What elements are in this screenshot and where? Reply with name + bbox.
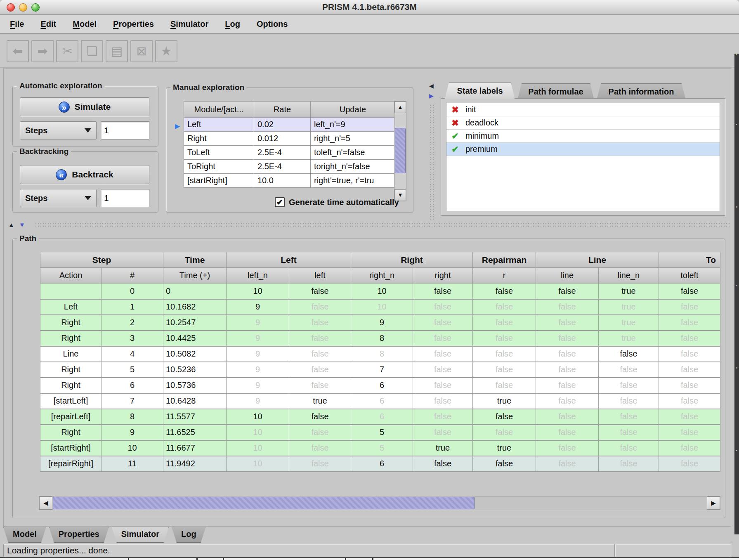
manual-exploration-row[interactable]: ToRight2.5E-4toright_n'=false: [184, 160, 395, 174]
tab-state-labels[interactable]: State labels: [445, 83, 515, 99]
copy-button[interactable]: ❏: [81, 40, 103, 62]
path-table-row[interactable]: Right610.57369false6falsefalsefalsefalse…: [40, 378, 720, 393]
state-label-item-minimum[interactable]: ✔minimum: [446, 130, 720, 143]
path-col-header[interactable]: r: [473, 268, 536, 284]
path-subheader-row: Action#Time (+)left_nleftright_nrightrli…: [40, 268, 720, 284]
state-label-item-init[interactable]: ✖init: [446, 103, 720, 116]
tab-properties[interactable]: Properties: [49, 527, 109, 543]
collapse-left-icon[interactable]: ◀: [429, 83, 434, 89]
state-label-text: minimum: [465, 131, 499, 141]
path-cell: 8: [102, 409, 163, 425]
backtrack-steps-input[interactable]: [101, 189, 149, 207]
path-col-header[interactable]: line_n: [599, 268, 659, 284]
star-button[interactable]: ★: [155, 40, 177, 62]
path-cell: 6: [102, 378, 163, 393]
path-col-header[interactable]: Time (+): [163, 268, 227, 284]
path-cell: 4: [102, 346, 163, 362]
path-table-row[interactable]: Right210.25479false9falsefalsefalsetruef…: [40, 315, 720, 331]
tab-log[interactable]: Log: [172, 527, 206, 543]
menu-properties[interactable]: Properties: [113, 19, 154, 29]
collapse-down-icon[interactable]: ▼: [19, 221, 25, 228]
state-label-item-premium[interactable]: ✔premium: [446, 143, 720, 156]
menu-simulator[interactable]: Simulator: [170, 19, 208, 29]
horizontal-splitter[interactable]: ▲ ▼: [4, 221, 731, 229]
manual-exploration-row[interactable]: Right0.012right_n'=5: [184, 132, 395, 146]
path-cell: 9: [227, 378, 289, 393]
simulate-steps-dropdown[interactable]: Steps: [20, 121, 97, 139]
path-table-row[interactable]: Right310.44259false8falsefalsefalsetruef…: [40, 331, 720, 346]
tab-path-formulae[interactable]: Path formulae: [517, 83, 594, 100]
path-group-header[interactable]: Time: [163, 252, 227, 268]
path-table-row[interactable]: [repairRight]1111.949210false6falsefalse…: [40, 456, 720, 472]
path-group-header[interactable]: Right: [351, 252, 473, 268]
path-table-row[interactable]: Line410.50829false8falsefalsefalsefalsef…: [40, 346, 720, 362]
path-col-header[interactable]: Action: [40, 268, 102, 284]
generate-time-checkbox[interactable]: ✔: [275, 197, 285, 207]
path-group-header[interactable]: Left: [227, 252, 351, 268]
back-arrow-button[interactable]: ⬅: [7, 40, 29, 62]
state-label-item-deadlock[interactable]: ✖deadlock: [446, 116, 720, 130]
forward-arrow-icon: ➡: [37, 44, 47, 58]
path-cell: Right: [40, 331, 102, 346]
menu-options[interactable]: Options: [257, 19, 288, 29]
path-table-row[interactable]: 0010false10falsefalsefalsetruefalse: [40, 284, 720, 299]
tab-path-information[interactable]: Path information: [597, 83, 686, 100]
path-group-header[interactable]: To: [659, 252, 720, 268]
state-label-text: init: [465, 105, 476, 114]
cut-button[interactable]: ✂: [56, 40, 78, 62]
path-table-row[interactable]: Right510.52369false7falsefalsefalsefalse…: [40, 362, 720, 378]
path-group-header[interactable]: Step: [40, 252, 163, 268]
path-table-row[interactable]: Left110.16829false10falsefalsefalsetruef…: [40, 299, 720, 315]
path-table-row[interactable]: [repairLeft]811.557710false6falsefalsefa…: [40, 409, 720, 425]
scroll-left-icon[interactable]: ◀: [39, 496, 52, 510]
delete-button[interactable]: ⊠: [130, 40, 153, 62]
menu-file[interactable]: File: [10, 19, 24, 29]
tab-simulator[interactable]: Simulator: [112, 527, 169, 543]
vertical-splitter[interactable]: ◀ ▶: [428, 71, 437, 220]
manual-exploration-row[interactable]: ToLeft2.5E-4toleft_n'=false: [184, 146, 395, 160]
manual-col-header[interactable]: Rate: [254, 102, 311, 118]
path-cell: false: [473, 284, 536, 299]
chevron-down-icon: [85, 196, 91, 200]
path-cell: false: [413, 378, 473, 393]
manual-col-header[interactable]: Module/[act...: [184, 102, 254, 118]
path-table-row[interactable]: [startLeft]710.64289true6falsetruefalsef…: [40, 393, 720, 409]
path-table-row[interactable]: Right911.652510false5falsefalsefalsefals…: [40, 425, 720, 440]
path-col-header[interactable]: left: [289, 268, 351, 284]
scroll-up-icon[interactable]: ▲: [394, 102, 406, 113]
scrollbar-thumb[interactable]: [53, 497, 475, 509]
collapse-up-icon[interactable]: ▲: [8, 221, 14, 228]
path-col-header[interactable]: toleft: [659, 268, 720, 284]
backtrack-button[interactable]: « Backtrack: [20, 165, 149, 184]
path-col-header[interactable]: right: [413, 268, 473, 284]
path-cell: false: [599, 378, 659, 393]
manual-exploration-row[interactable]: [startRight]10.0right'=true, r'=tru: [184, 174, 395, 188]
manual-exploration-scrollbar[interactable]: ▲ ▼: [394, 101, 406, 201]
manual-exploration-row[interactable]: Left0.02left_n'=9: [184, 118, 395, 132]
collapse-right-icon[interactable]: ▶: [429, 92, 434, 99]
path-col-header[interactable]: left_n: [227, 268, 289, 284]
window-title: PRISM 4.1.beta.r6673M: [0, 2, 739, 12]
path-group-header[interactable]: Line: [536, 252, 659, 268]
simulate-steps-input[interactable]: [101, 121, 149, 139]
scrollbar-thumb[interactable]: [395, 128, 406, 173]
tab-model[interactable]: Model: [3, 527, 46, 543]
path-horizontal-scrollbar[interactable]: ◀ ▶: [39, 496, 720, 510]
menu-log[interactable]: Log: [225, 19, 240, 29]
paste-button[interactable]: ▤: [106, 40, 128, 62]
path-col-header[interactable]: #: [102, 268, 163, 284]
backtrack-steps-dropdown[interactable]: Steps: [20, 189, 97, 207]
menu-model[interactable]: Model: [73, 19, 97, 29]
menu-edit[interactable]: Edit: [40, 19, 56, 29]
path-table-row[interactable]: [startRight]1011.667710false5truetruefal…: [40, 440, 720, 456]
manual-col-header[interactable]: Update: [311, 102, 395, 118]
scroll-right-icon[interactable]: ▶: [707, 496, 720, 510]
forward-arrow-button[interactable]: ➡: [31, 40, 54, 62]
manual-cell: 2.5E-4: [254, 146, 311, 160]
path-col-header[interactable]: right_n: [351, 268, 413, 284]
simulate-button[interactable]: » Simulate: [20, 97, 149, 116]
path-cell: 1: [102, 299, 163, 315]
path-col-header[interactable]: line: [536, 268, 599, 284]
path-group-header[interactable]: Repairman: [473, 252, 536, 268]
path-cell: 10.5236: [163, 362, 227, 378]
